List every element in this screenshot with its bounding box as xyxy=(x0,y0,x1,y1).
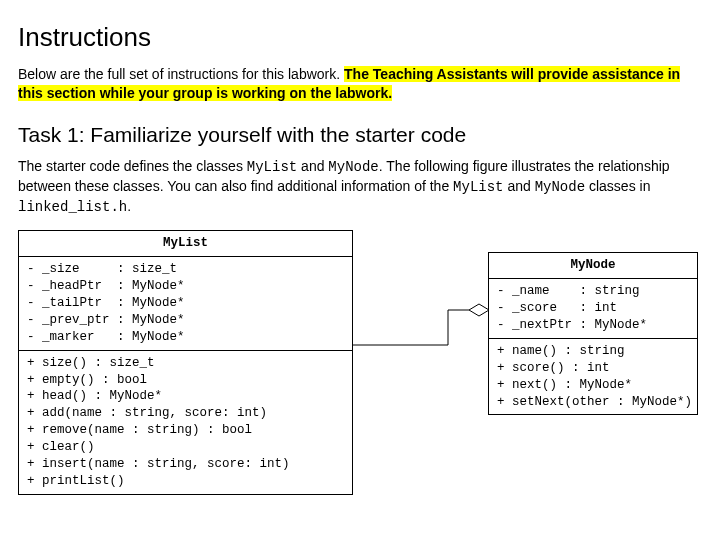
uml-operations: + name() : string + score() : int + next… xyxy=(489,339,697,415)
uml-attributes: - _name : string - _score : int - _nextP… xyxy=(489,279,697,339)
uml-op: + empty() : bool xyxy=(27,372,344,389)
task1-paragraph: The starter code defines the classes MyL… xyxy=(18,157,688,217)
page-title: Instructions xyxy=(18,22,688,53)
uml-diagram: MyList - _size : size_t - _headPtr : MyN… xyxy=(18,230,688,490)
uml-op: + clear() xyxy=(27,439,344,456)
uml-op: + head() : MyNode* xyxy=(27,388,344,405)
uml-attr: - _name : string xyxy=(497,283,689,300)
text: and xyxy=(504,178,535,194)
uml-attr: - _headPtr : MyNode* xyxy=(27,278,344,295)
uml-op: + add(name : string, score: int) xyxy=(27,405,344,422)
intro-paragraph: Below are the full set of instructions f… xyxy=(18,65,688,103)
uml-op: + score() : int xyxy=(497,360,689,377)
uml-op: + setNext(other : MyNode*) xyxy=(497,394,689,411)
uml-class-name: MyNode xyxy=(489,253,697,279)
intro-text: Below are the full set of instructions f… xyxy=(18,66,344,82)
uml-class-name: MyList xyxy=(19,231,352,257)
code-header-file: linked_list.h xyxy=(18,199,127,215)
uml-op: + name() : string xyxy=(497,343,689,360)
uml-attr: - _marker : MyNode* xyxy=(27,329,344,346)
uml-op: + remove(name : string) : bool xyxy=(27,422,344,439)
code-mylist: MyList xyxy=(453,179,503,195)
uml-op: + size() : size_t xyxy=(27,355,344,372)
uml-operations: + size() : size_t + empty() : bool + hea… xyxy=(19,351,352,494)
uml-attr: - _score : int xyxy=(497,300,689,317)
uml-attributes: - _size : size_t - _headPtr : MyNode* - … xyxy=(19,257,352,350)
code-mynode: MyNode xyxy=(328,159,378,175)
uml-attr: - _nextPtr : MyNode* xyxy=(497,317,689,334)
uml-op: + next() : MyNode* xyxy=(497,377,689,394)
text: . xyxy=(127,198,131,214)
text: classes in xyxy=(585,178,650,194)
task1-title: Task 1: Familiarize yourself with the st… xyxy=(18,123,688,147)
uml-attr: - _tailPtr : MyNode* xyxy=(27,295,344,312)
uml-attr: - _prev_ptr : MyNode* xyxy=(27,312,344,329)
uml-class-mynode: MyNode - _name : string - _score : int -… xyxy=(488,252,698,415)
code-mylist: MyList xyxy=(247,159,297,175)
text: and xyxy=(297,158,328,174)
uml-attr: - _size : size_t xyxy=(27,261,344,278)
uml-op: + printList() xyxy=(27,473,344,490)
text: The starter code defines the classes xyxy=(18,158,247,174)
uml-op: + insert(name : string, score: int) xyxy=(27,456,344,473)
uml-association-connector xyxy=(353,230,488,380)
uml-class-mylist: MyList - _size : size_t - _headPtr : MyN… xyxy=(18,230,353,494)
code-mynode: MyNode xyxy=(535,179,585,195)
